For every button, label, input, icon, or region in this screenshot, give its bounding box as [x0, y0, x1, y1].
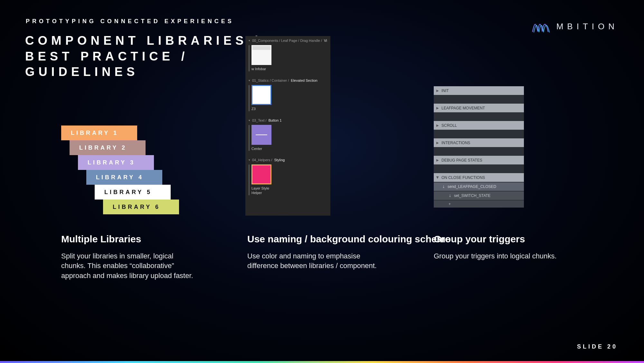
- column-1-text: Multiple Libraries Split your libraries …: [61, 234, 200, 281]
- slide-number: SLIDE 20: [577, 343, 618, 350]
- library-card-label: LIBRARY 4: [96, 174, 144, 181]
- library-card-2: LIBRARY 2: [70, 140, 146, 155]
- breadcrumb: ▾ 01_Statics / Container / Elevated Sect…: [249, 79, 327, 82]
- column-2-heading: Use naming / background colouring scheme: [247, 234, 451, 245]
- column-3-heading: Group your triggers: [434, 234, 557, 245]
- trigger-sub-row: ⤓set_SWITCH_STATE: [434, 191, 524, 200]
- slide-eyebrow: PROTOTYPING CONNECTED EXPERIENCES: [26, 18, 234, 25]
- triggers-panel: ▶INIT ▶LEAFPAGE MOVEMENT ▶SCROLL ▶INTERA…: [434, 86, 524, 208]
- accent-bar: [249, 125, 250, 151]
- library-card-label: LIBRARY 3: [88, 159, 135, 166]
- chevron-down-icon: ▶: [436, 176, 440, 179]
- column-3-body: Group your triggers into logical chunks.: [434, 251, 557, 261]
- column-3-text: Group your triggers Group your triggers …: [434, 234, 557, 261]
- library-card-label: LIBRARY 1: [71, 130, 118, 136]
- chevron-right-icon: ▶: [436, 141, 439, 144]
- library-card-6: LIBRARY 6: [103, 200, 179, 214]
- thumbnail-infobar: [251, 45, 271, 65]
- component-group: ▾ 03_Text / Button 1 Center: [245, 116, 330, 156]
- chevron-right-icon: ▶: [436, 158, 439, 162]
- chevron-down-icon: ▾: [249, 119, 250, 122]
- thumbnail-caption: Center: [251, 147, 271, 151]
- footer-rainbow-bar: [0, 361, 644, 363]
- library-card-5: LIBRARY 5: [95, 185, 171, 200]
- accent-bar: [249, 45, 250, 71]
- column-1-body: Split your libraries in smaller, logical…: [61, 251, 200, 281]
- slide-title: COMPONENT LIBRARIES | BEST PRACTICE / GU…: [25, 33, 262, 80]
- accent-bar: [249, 85, 250, 111]
- trigger-sub-row: ⤓send_LEAFPAGE_CLOSED: [434, 182, 524, 191]
- chevron-down-icon: ▾: [249, 158, 250, 162]
- brand-logo: MBITION: [532, 19, 618, 34]
- library-card-label: LIBRARY 2: [79, 144, 127, 151]
- accent-bar: [249, 164, 250, 195]
- trigger-group-row: ▶INIT: [434, 86, 524, 95]
- thumbnail-caption: Layer Style Helper: [251, 186, 271, 195]
- breadcrumb: ▾ 00_Components / Leaf Page / Drag Handl…: [249, 39, 327, 42]
- library-card-label: LIBRARY 6: [113, 204, 160, 210]
- thumbnail-caption: Z3: [251, 107, 271, 111]
- trigger-group-row: ▶SCROLL: [434, 121, 524, 130]
- library-card-label: LIBRARY 5: [104, 189, 152, 196]
- trigger-group-row: ▶LEAFPAGE MOVEMENT: [434, 104, 524, 112]
- logo-mark-icon: [532, 19, 551, 34]
- trigger-group-row-open: ▶ON CLOSE FUNCTIONS: [434, 173, 524, 182]
- library-card-4: LIBRARY 4: [86, 170, 162, 185]
- brand-name: MBITION: [556, 22, 618, 32]
- chevron-down-icon: ▾: [249, 79, 250, 82]
- column-2-body: Use color and naming to emphasise differ…: [247, 251, 386, 271]
- column-2-text: Use naming / background colouring scheme…: [247, 234, 451, 271]
- trigger-group-row: ▶INTERACTIONS: [434, 138, 524, 147]
- thumbnail-caption: w Infobar: [251, 67, 271, 71]
- chevron-right-icon: ▶: [436, 89, 439, 92]
- thumbnail-layer-style: [251, 164, 271, 184]
- component-browser-panel: ▾ 00_Components / Leaf Page / Drag Handl…: [245, 36, 330, 216]
- chevron-right-icon: ▶: [436, 124, 439, 127]
- action-icon: ⤓: [449, 194, 451, 198]
- breadcrumb: ▾ 03_Text / Button 1: [249, 118, 327, 122]
- chevron-down-icon: ▾: [249, 39, 250, 42]
- library-card-3: LIBRARY 3: [78, 155, 154, 170]
- column-1-heading: Multiple Libraries: [61, 234, 200, 245]
- breadcrumb: ▾ 04_Helpers / Styling: [249, 158, 327, 162]
- component-group: ▾ 04_Helpers / Styling Layer Style Helpe…: [245, 155, 330, 200]
- trigger-group-row: ▶DEBUG PAGE STATES: [434, 156, 524, 164]
- chevron-right-icon: ▶: [436, 106, 439, 110]
- action-icon: ⤓: [442, 185, 445, 189]
- component-group: ▾ 00_Components / Leaf Page / Drag Handl…: [245, 36, 330, 76]
- library-card-1: LIBRARY 1: [61, 126, 137, 140]
- trigger-add-row: +: [434, 200, 524, 208]
- thumbnail-button: [251, 125, 271, 145]
- thumbnail-elevated-section: [251, 85, 271, 105]
- component-group: ▾ 01_Statics / Container / Elevated Sect…: [245, 76, 330, 116]
